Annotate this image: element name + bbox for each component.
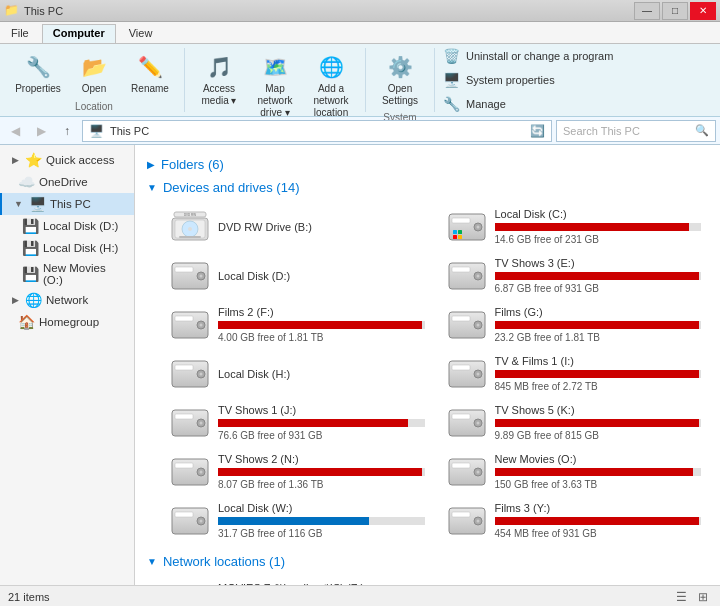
map-network-button[interactable]: 🗺️ Map network drive ▾ [249, 48, 301, 122]
window-controls: — □ ✕ [634, 2, 716, 20]
drive-tv-shows-n[interactable]: TV Shows 2 (N:) 8.07 GB free of 1.36 TB [163, 448, 432, 495]
drive-tv-shows-e[interactable]: TV Shows 3 (E:) 6.87 GB free of 931 GB [440, 252, 709, 299]
films-y-free: 454 MB free of 931 GB [495, 528, 702, 539]
sidebar-item-quick-access[interactable]: ▶ ⭐ Quick access [0, 149, 134, 171]
sidebar-item-new-movies[interactable]: 💾 New Movies (O:) [0, 259, 134, 289]
local-h-info: Local Disk (H:) [218, 368, 425, 380]
devices-expand-icon: ▼ [147, 182, 157, 193]
sidebar-item-network[interactable]: ▶ 🌐 Network [0, 289, 134, 311]
tv-shows-k-name: TV Shows 5 (K:) [495, 404, 702, 416]
forward-button[interactable]: ▶ [30, 120, 52, 142]
films-g-free: 23.2 GB free of 1.81 TB [495, 332, 702, 343]
drive-films-y[interactable]: Films 3 (Y:) 454 MB free of 931 GB [440, 497, 709, 544]
content-area: ▶ Folders (6) ▼ Devices and drives (14) [135, 145, 720, 585]
search-icon[interactable]: 🔍 [695, 124, 709, 137]
drive-local-d[interactable]: Local Disk (D:) [163, 252, 432, 299]
new-movies-o-name: New Movies (O:) [495, 453, 702, 465]
sidebar-item-label: New Movies (O:) [43, 262, 128, 286]
tv-shows-k-free: 9.89 GB free of 815 GB [495, 430, 702, 441]
up-button[interactable]: ↑ [56, 120, 78, 142]
rename-icon: ✏️ [134, 51, 166, 83]
tab-file[interactable]: File [0, 24, 40, 43]
sidebar-item-this-pc[interactable]: ▼ 🖥️ This PC [0, 193, 134, 215]
local-c-name: Local Disk (C:) [495, 208, 702, 220]
films-f-info: Films 2 (F:) 4.00 GB free of 1.81 TB [218, 306, 425, 343]
open-button[interactable]: 📂 Open [68, 48, 120, 98]
drive-tv-shows-j[interactable]: TV Shows 1 (J:) 76.6 GB free of 931 GB [163, 399, 432, 446]
svg-rect-40 [175, 414, 193, 419]
films-g-bar [495, 321, 699, 329]
properties-icon: 🔧 [22, 51, 54, 83]
grid-view-button[interactable]: ⊞ [694, 588, 712, 606]
addressbar: ◀ ▶ ↑ 🖥️ This PC 🔄 Search This PC 🔍 [0, 117, 720, 145]
svg-rect-48 [175, 463, 193, 468]
local-c-bar [495, 223, 689, 231]
tab-computer[interactable]: Computer [42, 24, 116, 43]
properties-button[interactable]: 🔧 Properties [12, 48, 64, 98]
sidebar-item-homegroup[interactable]: 🏠 Homegroup [0, 311, 134, 333]
list-view-button[interactable]: ☰ [672, 588, 690, 606]
svg-point-58 [200, 519, 203, 522]
sidebar-item-local-d[interactable]: 💾 Local Disk (D:) [0, 215, 134, 237]
network-section-header[interactable]: ▼ Network locations (1) [147, 554, 708, 569]
rename-button[interactable]: ✏️ Rename [124, 48, 176, 98]
drive-films-f[interactable]: Films 2 (F:) 4.00 GB free of 1.81 TB [163, 301, 432, 348]
folders-section-header[interactable]: ▶ Folders (6) [147, 157, 708, 172]
svg-rect-28 [452, 316, 470, 321]
open-settings-button[interactable]: ⚙️ Open Settings [374, 48, 426, 110]
add-network-button[interactable]: 🌐 Add a network location [305, 48, 357, 122]
svg-rect-20 [452, 267, 470, 272]
drive-local-c[interactable]: Local Disk (C:) 14.6 GB free of 231 GB [440, 203, 709, 250]
svg-point-42 [200, 421, 203, 424]
titlebar: 📁 This PC — □ ✕ [0, 0, 720, 22]
back-button[interactable]: ◀ [4, 120, 26, 142]
drive-dvd-b[interactable]: DVD RW DVD RW Drive (B:) [163, 203, 432, 250]
hdd-f-icon [170, 307, 210, 343]
tab-view[interactable]: View [118, 24, 164, 43]
tv-films-i-info: TV & Films 1 (I:) 845 MB free of 2.72 TB [495, 355, 702, 392]
expand-icon: ▼ [14, 199, 23, 209]
tv-shows-n-bar [218, 468, 422, 476]
open-icon: 📂 [78, 51, 110, 83]
films-y-name: Films 3 (Y:) [495, 502, 702, 514]
drive-movies-z[interactable]: MOVIES Z (\\localhost\IS) (Z:) 845 MB fr… [163, 577, 425, 585]
svg-point-46 [476, 421, 479, 424]
manage-label: Manage [466, 98, 506, 110]
drive-tv-shows-k[interactable]: TV Shows 5 (K:) 9.89 GB free of 815 GB [440, 399, 709, 446]
local-d-name: Local Disk (D:) [218, 270, 425, 282]
svg-point-18 [200, 274, 203, 277]
sidebar-item-onedrive[interactable]: ☁️ OneDrive [0, 171, 134, 193]
search-box[interactable]: Search This PC 🔍 [556, 120, 716, 142]
tv-shows-j-bar [218, 419, 408, 427]
new-movies-o-free: 150 GB free of 3.63 TB [495, 479, 702, 490]
devices-section-header[interactable]: ▼ Devices and drives (14) [147, 180, 708, 195]
local-w-bar [218, 517, 369, 525]
add-network-icon: 🌐 [315, 51, 347, 83]
drive-films-g[interactable]: Films (G:) 23.2 GB free of 1.81 TB [440, 301, 709, 348]
drive-new-movies-o[interactable]: New Movies (O:) 150 GB free of 3.63 TB [440, 448, 709, 495]
tv-shows-j-bar-container [218, 419, 425, 427]
drive-local-h[interactable]: Local Disk (H:) [163, 350, 432, 397]
svg-rect-32 [175, 365, 193, 370]
drive-local-w[interactable]: Local Disk (W:) 31.7 GB free of 116 GB [163, 497, 432, 544]
close-button[interactable]: ✕ [690, 2, 716, 20]
system-props-label: System properties [466, 74, 555, 86]
minimize-button[interactable]: — [634, 2, 660, 20]
refresh-button[interactable]: 🔄 [530, 124, 545, 138]
expand-icon: ▶ [12, 155, 19, 165]
svg-point-22 [476, 274, 479, 277]
tv-shows-n-name: TV Shows 2 (N:) [218, 453, 425, 465]
svg-rect-52 [452, 463, 470, 468]
drive-tv-films-i[interactable]: TV & Films 1 (I:) 845 MB free of 2.72 TB [440, 350, 709, 397]
system-props-button[interactable]: 🖥️ System properties [439, 70, 712, 90]
local-w-bar-container [218, 517, 425, 525]
manage-button[interactable]: 🔧 Manage [439, 94, 712, 114]
address-box[interactable]: 🖥️ This PC 🔄 [82, 120, 552, 142]
access-media-button[interactable]: 🎵 Access media ▾ [193, 48, 245, 110]
uninstall-button[interactable]: 🗑️ Uninstall or change a program [439, 46, 712, 66]
sidebar-item-local-h[interactable]: 💾 Local Disk (H:) [0, 237, 134, 259]
hdd-e-icon [447, 258, 487, 294]
network-section-title: Network locations (1) [163, 554, 285, 569]
maximize-button[interactable]: □ [662, 2, 688, 20]
svg-point-30 [476, 323, 479, 326]
